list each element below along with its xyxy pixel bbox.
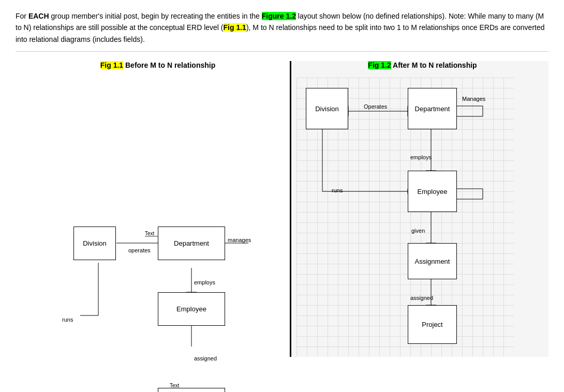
left-department-box: Department <box>158 227 225 260</box>
fig12-title-highlight: Fig 1.2 <box>368 61 391 69</box>
left-project-box: Project <box>158 388 225 392</box>
right-operates-label: Operates <box>364 103 387 110</box>
fig12-highlight: Figure 1.2 <box>262 12 296 20</box>
right-given-label: given <box>411 228 425 234</box>
fig11-inline-highlight: Fig 1.1 <box>224 23 246 32</box>
left-division-label: Division <box>83 239 107 247</box>
left-erd-container: Division Department Employee Project Tex… <box>31 78 285 346</box>
figures-row: Fig 1.1 Before M to N relationship <box>16 61 548 357</box>
right-erd-container: Division Department Employee Assignment … <box>296 78 514 357</box>
right-manages-label: Manages <box>462 96 485 102</box>
fig-left-title: Fig 1.1 Before M to N relationship <box>26 61 290 69</box>
right-runs-label: runs <box>332 187 343 193</box>
right-project-box: Project <box>408 305 457 344</box>
left-text-operates-label: Text <box>145 231 154 236</box>
right-employee-label: Employee <box>418 188 448 195</box>
left-employee-box: Employee <box>158 292 225 326</box>
left-manages-label: manages <box>228 237 251 243</box>
right-division-label: Division <box>315 105 339 113</box>
right-division-box: Division <box>306 88 348 129</box>
left-employs-label: employs <box>194 279 215 285</box>
intro-text-1: group member's initial post, begin by re… <box>49 12 262 20</box>
right-assignment-label: Assignment <box>415 258 450 265</box>
fig-right-title: Fig 1.2 After M to N relationship <box>296 61 548 69</box>
left-runs-label: runs <box>62 316 73 323</box>
right-employee-box: Employee <box>408 171 457 212</box>
left-employee-label: Employee <box>176 305 206 313</box>
right-employs-label: employs <box>410 154 432 160</box>
left-assigned-label: assigned <box>194 355 217 361</box>
fig12-title-rest: After M to N relationship <box>391 61 477 69</box>
left-division-box: Division <box>73 227 116 260</box>
right-assigned-label: assigned <box>410 295 433 301</box>
fig-right: Fig 1.2 After M to N relationship <box>290 61 548 357</box>
right-assignment-box: Assignment <box>408 243 457 279</box>
left-operates-label: operates <box>128 247 151 253</box>
fig11-title-highlight: Fig 1.1 <box>100 61 123 69</box>
intro-text: For EACH group member's initial post, be… <box>16 10 548 52</box>
right-project-label: Project <box>422 321 442 328</box>
each-bold: EACH <box>28 12 49 20</box>
left-department-label: Department <box>174 239 209 247</box>
fig-left: Fig 1.1 Before M to N relationship <box>16 61 290 357</box>
fig11-title-rest: Before M to N relationship <box>123 61 215 69</box>
right-department-label: Department <box>415 105 450 113</box>
right-department-box: Department <box>408 88 457 129</box>
left-text-project-label: Text <box>170 383 179 388</box>
